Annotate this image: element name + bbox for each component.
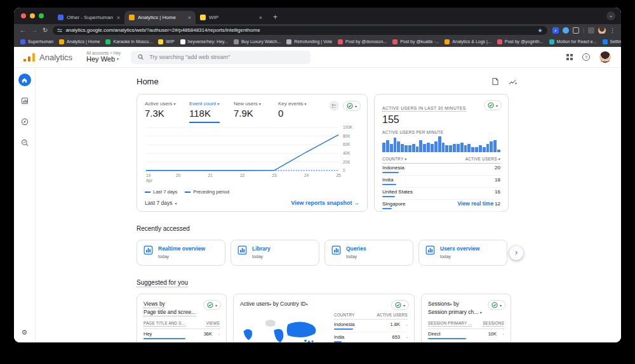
svg-text:21: 21 xyxy=(208,173,213,178)
active-users-by-country-card[interactable]: Active users▾ by Country ID▾ ▾ xyxy=(233,294,415,342)
recent-card[interactable]: Users overviewtoday xyxy=(418,240,507,266)
minute-bar xyxy=(401,144,404,153)
extension-box-icon[interactable] xyxy=(573,27,579,34)
forward-icon[interactable]: → xyxy=(31,27,37,34)
active-users-column-header[interactable]: ACTIVE USERS ▾ xyxy=(465,157,500,161)
bookmark-favicon xyxy=(497,39,502,44)
metric-event-count[interactable]: Event count▾ 118K xyxy=(189,101,234,123)
data-quality-badge[interactable]: ▾ xyxy=(488,300,505,310)
bookmark-favicon xyxy=(549,39,554,44)
extension-circle-icon[interactable] xyxy=(563,27,569,34)
svg-text:Apr: Apr xyxy=(146,178,153,183)
recent-card[interactable]: Librarytoday xyxy=(231,240,319,266)
bookmark-star-icon[interactable]: ★ xyxy=(538,27,543,34)
data-quality-badge[interactable]: ▾ xyxy=(343,101,361,111)
close-tab-icon[interactable]: × xyxy=(259,15,262,21)
metric-active-users[interactable]: Active users▾ 7.3K xyxy=(145,101,189,123)
browser-profile-avatar[interactable] xyxy=(598,27,606,34)
minute-bar xyxy=(427,143,430,153)
tab-superhuman[interactable]: Other - Superhuman × xyxy=(53,11,124,24)
recent-card[interactable]: Realtime overviewtoday xyxy=(137,240,225,266)
search-input[interactable] xyxy=(149,54,304,60)
bookmark-item[interactable]: Karaoke in Mosco... xyxy=(105,39,152,44)
bookmark-item[interactable]: Analytics & Logs |... xyxy=(444,39,491,44)
data-quality-badge[interactable]: ▾ xyxy=(484,100,502,110)
bookmark-item[interactable]: Analytics | Home xyxy=(59,39,100,44)
help-icon[interactable]: ? xyxy=(582,53,590,61)
insights-icon[interactable] xyxy=(509,78,518,86)
bookmark-favicon xyxy=(105,39,110,44)
tab-wip[interactable]: WIP × xyxy=(196,11,267,24)
data-quality-badge[interactable]: ▾ xyxy=(391,300,409,310)
minute-bar xyxy=(449,145,452,153)
metric-key-events[interactable]: Key events▾ 0 xyxy=(278,101,323,123)
back-icon[interactable]: ← xyxy=(20,27,26,34)
view-real-time-link[interactable]: View real time → xyxy=(458,200,500,207)
table-row: Direct10K- xyxy=(428,329,504,342)
bookmark-item[interactable]: WIP xyxy=(158,39,174,44)
scroll-right-button[interactable]: › xyxy=(509,246,523,260)
minute-bar xyxy=(475,147,478,152)
bookmark-favicon xyxy=(180,39,185,44)
nav-home-icon[interactable] xyxy=(18,74,31,86)
extension-grey-icon[interactable] xyxy=(588,27,594,34)
zoom-window-button[interactable] xyxy=(39,13,44,18)
browser-menu-icon[interactable]: ⋮ xyxy=(610,27,615,34)
view-reports-snapshot-link[interactable]: View reports snapshot → xyxy=(291,200,359,206)
bookmark-item[interactable]: Settings — Bluesky xyxy=(603,39,621,44)
bookmark-item[interactable]: Retrofunding | Vote xyxy=(286,39,332,44)
bookmark-item[interactable]: Superhuman xyxy=(20,39,53,44)
country-column-header[interactable]: COUNTRY ▾ xyxy=(382,157,407,161)
bookmark-item[interactable]: Post by @yoginth... xyxy=(497,39,544,44)
realtime-title: ACTIVE USERS IN LAST 30 MINUTES xyxy=(382,106,466,112)
bookmark-item[interactable]: heyverse/hey: Hey... xyxy=(180,39,228,44)
notes-icon[interactable] xyxy=(491,77,499,86)
nav-reports-icon[interactable] xyxy=(18,94,31,107)
minute-bar xyxy=(479,145,482,153)
diagnostics-grid-icon[interactable] xyxy=(566,54,573,60)
admin-gear-icon[interactable]: ⚙ xyxy=(22,328,28,337)
close-tab-icon[interactable]: × xyxy=(188,15,191,21)
bookmark-item[interactable]: Post by @kualta ·... xyxy=(392,39,439,44)
new-tab-button[interactable]: + xyxy=(273,13,277,22)
tab-analytics-home[interactable]: Analytics | Home × xyxy=(124,11,196,24)
reload-icon[interactable]: ↻ xyxy=(43,27,48,34)
sessions-by-channel-card[interactable]: Sessions▾ by Session primary ch... ▾ ▾ S… xyxy=(421,294,511,342)
svg-text:24: 24 xyxy=(304,173,309,178)
minute-bar xyxy=(412,144,415,153)
browser-toolbar: ← → ↻ analytics.google.com/analytics/web… xyxy=(14,24,621,36)
metric-new-users[interactable]: New users▾ 7.9K xyxy=(234,101,278,123)
bookmark-favicon xyxy=(234,39,239,44)
extension-z-icon[interactable]: z xyxy=(552,27,559,34)
user-avatar[interactable] xyxy=(599,51,611,63)
tab-search-icon[interactable]: ⌄ xyxy=(606,11,615,20)
bookmark-item[interactable]: Buy Luxury Watch... xyxy=(234,39,281,44)
minute-bar xyxy=(404,145,408,153)
bookmark-item[interactable]: Motion for React e... xyxy=(549,39,597,44)
svg-text:80K: 80K xyxy=(343,134,351,138)
minute-bar xyxy=(483,147,486,152)
minute-bar xyxy=(390,144,393,153)
bookmark-item[interactable]: Post by @donoson... xyxy=(338,39,387,44)
recent-card[interactable]: Queriestoday xyxy=(324,240,413,266)
close-tab-icon[interactable]: × xyxy=(117,15,120,21)
nav-advertising-icon[interactable] xyxy=(18,136,31,149)
minute-bar xyxy=(431,144,434,153)
dashed-line-swatch xyxy=(185,192,190,193)
benchmark-icon[interactable] xyxy=(329,101,339,111)
metric-value: 0 xyxy=(278,108,323,119)
account-switcher[interactable]: All accounts > Hey Hey Web▾ xyxy=(86,51,121,64)
search-bar[interactable] xyxy=(131,51,311,64)
nav-explore-icon[interactable] xyxy=(18,115,31,128)
minute-bar xyxy=(438,136,441,152)
chevron-down-icon: ▾ xyxy=(175,201,177,205)
bookmark-favicon xyxy=(158,39,163,44)
minimize-window-button[interactable] xyxy=(30,13,35,18)
data-quality-badge[interactable]: ▾ xyxy=(203,300,221,310)
close-window-button[interactable] xyxy=(21,13,26,18)
analytics-logo-icon[interactable] xyxy=(23,53,35,62)
date-range-selector[interactable]: Last 7 days▾ xyxy=(145,200,177,206)
views-by-page-title-card[interactable]: Views by Page title and scree... ▾ PAGE … xyxy=(137,294,227,342)
address-bar[interactable]: analytics.google.com/analytics/web/?auth… xyxy=(53,26,547,35)
site-settings-icon[interactable] xyxy=(57,28,62,33)
